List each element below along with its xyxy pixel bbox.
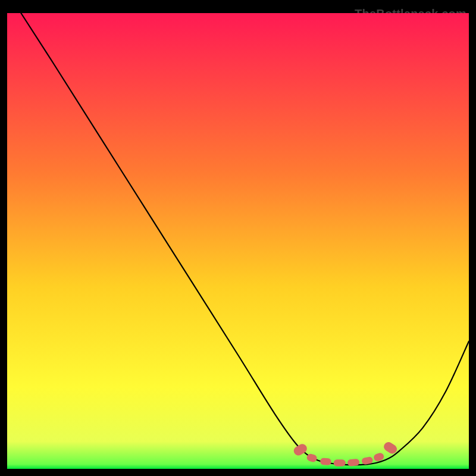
marker-capsule: [334, 459, 346, 466]
gradient-background: [7, 13, 469, 469]
chart-svg: [7, 13, 469, 469]
chart-container: TheBottleneck.com: [7, 7, 469, 469]
plot-area: [7, 13, 469, 469]
